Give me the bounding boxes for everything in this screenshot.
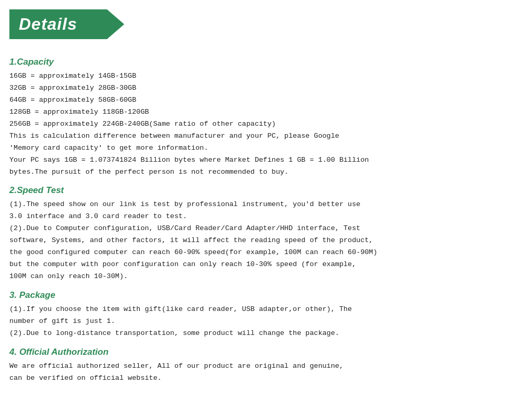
section-heading-official-authorization: 4. Official Authorization bbox=[9, 347, 513, 357]
banner-shape: Details bbox=[9, 9, 124, 39]
section-heading-capacity: 1.Capacity bbox=[9, 57, 513, 67]
section-heading-package: 3. Package bbox=[9, 290, 513, 301]
section-capacity: 1.Capacity16GB = approximately 14GB-15GB… bbox=[9, 57, 513, 178]
section-heading-speed-test: 2.Speed Test bbox=[9, 185, 513, 196]
section-official-authorization: 4. Official AuthorizationWe are official… bbox=[9, 347, 513, 385]
section-content-official-authorization: We are official authorized seller, All o… bbox=[9, 361, 513, 385]
section-content-capacity: 16GB = approximately 14GB-15GB 32GB = ap… bbox=[9, 70, 513, 178]
section-speed-test: 2.Speed Test(1).The speed show on our li… bbox=[9, 185, 513, 283]
banner-title: Details bbox=[19, 15, 77, 34]
section-package: 3. Package(1).If you choose the item wit… bbox=[9, 290, 513, 340]
section-content-speed-test: (1).The speed show on our link is test b… bbox=[9, 199, 513, 283]
header-banner: Details bbox=[9, 9, 124, 39]
section-content-package: (1).If you choose the item with gift(lik… bbox=[9, 304, 513, 340]
page-wrapper: Details 1.Capacity16GB = approximately 1… bbox=[0, 0, 522, 420]
sections-container: 1.Capacity16GB = approximately 14GB-15GB… bbox=[9, 57, 513, 385]
